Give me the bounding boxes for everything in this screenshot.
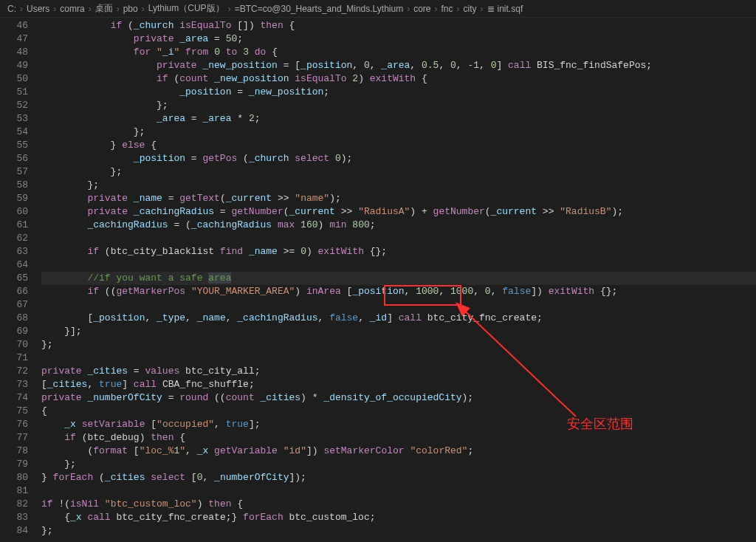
chevron-right-icon: › xyxy=(117,4,120,14)
code-line[interactable]: _position = getPos (_church select 0); xyxy=(41,152,756,165)
line-number: 49 xyxy=(0,59,28,72)
line-number: 51 xyxy=(0,86,28,99)
code-line[interactable] xyxy=(41,484,756,498)
chevron-right-icon: › xyxy=(20,4,23,14)
line-number: 80 xyxy=(0,471,28,484)
breadcrumb-item[interactable]: comra xyxy=(60,4,84,14)
code-area[interactable]: if (_church isEqualTo []) then { private… xyxy=(41,18,756,542)
breadcrumb-item[interactable]: pbo xyxy=(123,4,138,14)
code-line[interactable]: [_cities, true] call CBA_fnc_shuffle; xyxy=(41,378,756,391)
code-line[interactable]: _x setVariable ["occupied", true]; xyxy=(41,418,756,431)
line-number-gutter: 4647484950515253545556575859606162636465… xyxy=(0,18,41,542)
file-icon: ≣ xyxy=(487,4,495,14)
code-line[interactable]: private _cachingRadius = getNumber(_curr… xyxy=(41,205,756,219)
breadcrumb-item[interactable]: C: xyxy=(7,4,16,14)
chevron-right-icon: › xyxy=(142,4,145,14)
chevron-right-icon: › xyxy=(407,4,410,14)
line-number: 62 xyxy=(0,232,28,245)
line-number: 67 xyxy=(0,298,28,312)
chevron-right-icon: › xyxy=(89,4,92,14)
code-line[interactable]: { xyxy=(41,405,756,418)
code-editor[interactable]: 4647484950515253545556575859606162636465… xyxy=(0,18,756,542)
code-line[interactable] xyxy=(41,258,756,272)
chevron-right-icon: › xyxy=(481,4,484,14)
line-number: 81 xyxy=(0,484,28,498)
line-number: 84 xyxy=(0,524,28,538)
line-number: 52 xyxy=(0,99,28,112)
line-number: 46 xyxy=(0,19,28,32)
code-line[interactable]: if (btc_city_blacklist find _name >= 0) … xyxy=(41,245,756,258)
code-line[interactable]: if (count _new_position isEqualTo 2) exi… xyxy=(41,72,756,86)
line-number: 75 xyxy=(0,405,28,418)
line-number: 55 xyxy=(0,139,28,152)
breadcrumb-item[interactable]: Users xyxy=(27,4,49,14)
code-line[interactable]: _cachingRadius = (_cachingRadius max 160… xyxy=(41,219,756,232)
code-line[interactable]: }]; xyxy=(41,325,756,338)
code-line[interactable]: }; xyxy=(41,99,756,112)
code-line[interactable]: private _name = getText(_current >> "nam… xyxy=(41,192,756,205)
code-line[interactable]: }; xyxy=(41,524,756,538)
chevron-right-icon: › xyxy=(457,4,460,14)
code-line[interactable]: } else { xyxy=(41,139,756,152)
code-line[interactable] xyxy=(41,351,756,365)
code-line[interactable]: _area = _area * 2; xyxy=(41,112,756,126)
code-line[interactable]: [_position, _type, _name, _cachingRadius… xyxy=(41,312,756,325)
code-line[interactable]: }; xyxy=(41,458,756,471)
code-line[interactable]: }; xyxy=(41,126,756,139)
breadcrumb-item[interactable]: =BTC=co@30_Hearts_and_Minds.Lythium xyxy=(235,4,404,14)
breadcrumb-item[interactable]: Lythium（CUP版） xyxy=(148,2,224,15)
line-number: 71 xyxy=(0,351,28,365)
code-line[interactable]: {_x call btc_city_fnc_create;} forEach b… xyxy=(41,511,756,524)
line-number: 82 xyxy=(0,498,28,511)
code-line[interactable]: //if you want a safe area xyxy=(41,272,756,285)
line-number: 56 xyxy=(0,152,28,165)
code-line[interactable]: if (btc_debug) then { xyxy=(41,431,756,445)
code-line[interactable]: for "_i" from 0 to 3 do { xyxy=(41,46,756,59)
line-number: 65 xyxy=(0,272,28,285)
breadcrumb-item[interactable]: city xyxy=(464,4,477,14)
line-number: 54 xyxy=(0,126,28,139)
code-line[interactable] xyxy=(41,232,756,245)
line-number: 76 xyxy=(0,418,28,431)
code-line[interactable]: }; xyxy=(41,338,756,351)
code-line[interactable] xyxy=(41,298,756,312)
breadcrumb-item[interactable]: fnc xyxy=(441,4,453,14)
line-number: 63 xyxy=(0,245,28,258)
line-number: 60 xyxy=(0,205,28,219)
breadcrumb-item[interactable]: init.sqf xyxy=(498,4,523,14)
line-number: 83 xyxy=(0,511,28,524)
line-number: 50 xyxy=(0,72,28,86)
line-number: 48 xyxy=(0,46,28,59)
chevron-right-icon: › xyxy=(228,4,231,14)
code-line[interactable]: _position = _new_position; xyxy=(41,86,756,99)
line-number: 66 xyxy=(0,285,28,298)
line-number: 64 xyxy=(0,258,28,272)
code-line[interactable]: (format ["loc_%1", _x getVariable "id"])… xyxy=(41,445,756,458)
code-line[interactable]: if (_church isEqualTo []) then { xyxy=(41,19,756,32)
line-number: 70 xyxy=(0,338,28,351)
chevron-right-icon: › xyxy=(53,4,56,14)
line-number: 58 xyxy=(0,179,28,192)
breadcrumb-item[interactable]: 桌面 xyxy=(95,2,113,15)
code-line[interactable]: private _numberOfCity = round ((count _c… xyxy=(41,391,756,405)
code-line[interactable]: private _new_position = [_position, 0, _… xyxy=(41,59,756,72)
line-number: 79 xyxy=(0,458,28,471)
line-number: 73 xyxy=(0,378,28,391)
line-number: 74 xyxy=(0,391,28,405)
line-number: 53 xyxy=(0,112,28,126)
code-line[interactable]: if ((getMarkerPos "YOUR_MARKER_AREA") in… xyxy=(41,285,756,298)
line-number: 78 xyxy=(0,445,28,458)
breadcrumb-item[interactable]: core xyxy=(413,4,430,14)
line-number: 57 xyxy=(0,165,28,179)
code-line[interactable]: } forEach (_cities select [0, _numberOfC… xyxy=(41,471,756,484)
code-line[interactable]: private _cities = values btc_city_all; xyxy=(41,365,756,378)
code-line[interactable]: }; xyxy=(41,165,756,179)
line-number: 77 xyxy=(0,431,28,445)
breadcrumb[interactable]: C:›Users›comra›桌面›pbo›Lythium（CUP版）›=BTC… xyxy=(0,0,756,18)
line-number: 61 xyxy=(0,219,28,232)
line-number: 47 xyxy=(0,32,28,46)
line-number: 69 xyxy=(0,325,28,338)
code-line[interactable]: if !(isNil "btc_custom_loc") then { xyxy=(41,498,756,511)
code-line[interactable]: private _area = 50; xyxy=(41,32,756,46)
code-line[interactable]: }; xyxy=(41,179,756,192)
